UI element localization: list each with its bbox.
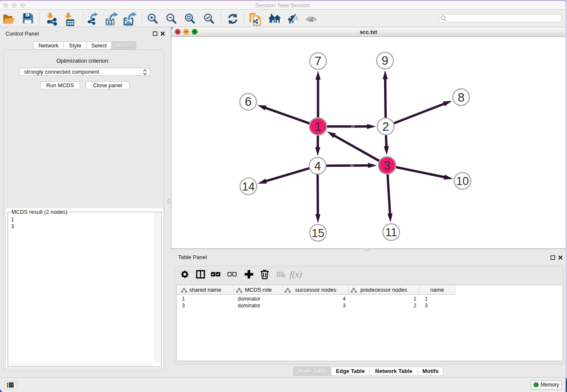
svg-text:11: 11 xyxy=(385,226,397,239)
svg-text:6: 6 xyxy=(245,95,251,108)
svg-text:9: 9 xyxy=(382,54,388,67)
svg-text:1: 1 xyxy=(315,120,322,133)
svg-text:2: 2 xyxy=(382,120,389,133)
svg-text:4: 4 xyxy=(314,159,321,173)
svg-text:15: 15 xyxy=(312,227,325,240)
svg-text:7: 7 xyxy=(315,54,322,68)
svg-text:14: 14 xyxy=(242,180,255,193)
svg-text:3: 3 xyxy=(384,159,391,172)
svg-text:8: 8 xyxy=(458,91,465,104)
svg-text:10: 10 xyxy=(456,175,469,188)
svg-text:f(x): f(x) xyxy=(289,269,302,279)
